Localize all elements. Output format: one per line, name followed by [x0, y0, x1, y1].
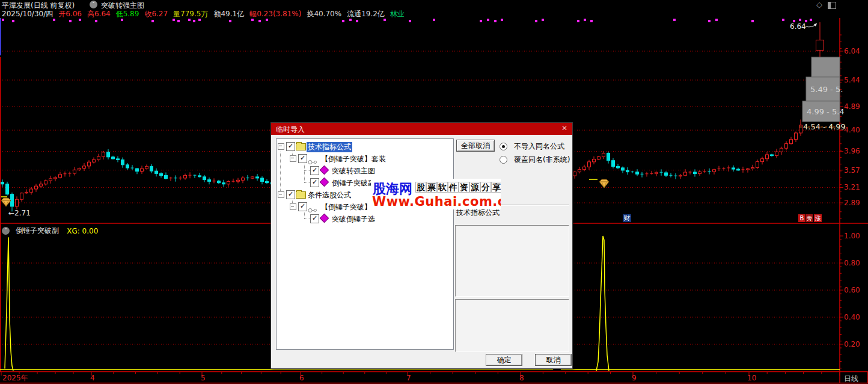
svg-text:涨: 涨	[815, 215, 821, 221]
sub-indicator-value: XG: 0.00	[67, 227, 98, 235]
svg-text:B: B	[800, 215, 804, 221]
quote-field: 高6.64	[87, 9, 111, 17]
radio-overwrite-same-name[interactable]: 覆盖同名(非系统)	[500, 153, 570, 162]
tree-checkbox[interactable]: ✓	[298, 154, 307, 163]
radio-icon[interactable]	[500, 143, 507, 150]
gap-range-boxes: 5.49 - 5.4.99 - 5.44.54 - 4.99	[799, 57, 846, 131]
quote-field: 流通19.2亿	[347, 9, 385, 17]
quote-fields-row: 2025/10/30/四开6.06高6.64低5.89收6.27量779.5万额…	[2, 9, 843, 17]
tree-collapse-icon[interactable]	[278, 143, 284, 150]
svg-text:4.54 - 4.99: 4.54 - 4.99	[803, 122, 846, 131]
svg-text:6: 6	[299, 374, 304, 382]
tree-checkbox[interactable]: ✓	[310, 214, 319, 223]
svg-text:0.80: 0.80	[844, 259, 860, 267]
folder-icon	[296, 191, 306, 199]
svg-text:2025年: 2025年	[2, 374, 28, 382]
svg-text:7: 7	[406, 374, 411, 382]
svg-text:←2.71: ←2.71	[8, 209, 31, 217]
svg-text:4.99 - 5.4: 4.99 - 5.4	[807, 107, 845, 116]
tree-checkbox[interactable]: ✓	[286, 190, 295, 199]
svg-text:3.96: 3.96	[844, 147, 860, 155]
svg-text:9: 9	[632, 374, 637, 382]
chain-link-icon	[308, 204, 317, 209]
tree-item[interactable]: ✓【倒锤子突破】套装	[277, 153, 453, 164]
tree-item-label[interactable]: 突破倒锤子选	[331, 214, 376, 225]
quote-field: 换40.70%	[307, 9, 341, 17]
radio-no-import-same-name[interactable]: 不导入同名公式	[500, 140, 564, 149]
sub-indicator-label: ˅ 倒锤子突破副 XG: 0.00	[2, 225, 98, 234]
tree-item-label[interactable]: 条件选股公式	[307, 190, 352, 200]
ok-button[interactable]: 确定	[486, 354, 522, 366]
svg-text:4.40: 4.40	[844, 126, 860, 134]
svg-text:3.57: 3.57	[844, 166, 860, 175]
tree-collapse-icon[interactable]	[278, 191, 284, 198]
formula-tree: ✓技术指标公式✓【倒锤子突破】套装✓突破转强主图✓倒锤子突破副图✓条件选股公式✓…	[276, 138, 454, 350]
svg-text:0.20: 0.20	[844, 340, 860, 348]
svg-text:6.04: 6.04	[844, 47, 860, 55]
svg-text:4: 4	[90, 374, 95, 382]
signal-dots	[2, 19, 812, 22]
quote-field: 收6.27	[144, 9, 168, 17]
svg-text:5.49 - 5.: 5.49 - 5.	[810, 85, 843, 94]
quote-field: 2025/10/30/四	[2, 9, 53, 17]
split-window-icon[interactable]	[828, 2, 836, 9]
quote-field: 林业	[390, 9, 405, 17]
svg-text:3.21: 3.21	[844, 183, 860, 191]
tree-item-label[interactable]: 【倒锤子突破】套装	[320, 154, 387, 164]
radio-icon[interactable]	[500, 156, 507, 164]
cancel-all-button[interactable]: 全部取消	[456, 140, 495, 152]
svg-text:4.89: 4.89	[844, 102, 860, 111]
description-box	[455, 225, 569, 297]
cancel-button[interactable]: 取消	[535, 354, 572, 366]
tree-item[interactable]: ✓技术指标公式	[277, 141, 453, 152]
quote-field: 幅0.23(3.81%)	[249, 9, 301, 17]
quote-field: 开6.06	[58, 9, 82, 17]
tree-checkbox[interactable]: ✓	[310, 178, 319, 187]
tree-item[interactable]: ✓突破转强主图	[277, 166, 453, 176]
watermark-url: Www.Guhai.com.cn	[372, 194, 501, 209]
svg-text:6.64: 6.64	[790, 22, 806, 31]
svg-text:日线: 日线	[844, 374, 858, 383]
time-axis: 2025年45678910日线	[1, 372, 858, 383]
tree-checkbox[interactable]: ✓	[286, 142, 295, 151]
chart-header: 平潭发展(日线 前复权) ˅ 突破转强主图 ◇ 2025/10/30/四开6.0…	[0, 0, 868, 18]
chain-link-icon	[308, 156, 317, 161]
svg-text:5: 5	[201, 374, 206, 382]
dialog-titlebar[interactable]: 临时导入 ✕	[271, 123, 572, 135]
chevron-down-circle-icon[interactable]: ˅	[90, 1, 97, 8]
formula-diamond-icon	[320, 214, 329, 223]
tree-item[interactable]: ✓突破倒锤子选	[277, 214, 453, 224]
header-title-row: 平潭发展(日线 前复权) ˅ 突破转强主图 ◇	[0, 0, 868, 9]
svg-text:5.44: 5.44	[844, 76, 860, 84]
svg-text:10: 10	[747, 374, 756, 382]
folder-icon	[296, 143, 306, 150]
tree-item-label[interactable]: 技术指标公式	[307, 142, 352, 152]
tree-item-label[interactable]: 突破转强主图	[331, 166, 376, 176]
sub-indicator-name[interactable]: 倒锤子突破副	[16, 226, 59, 235]
info-box	[455, 299, 569, 352]
svg-text:0.60: 0.60	[844, 286, 860, 294]
svg-text:旁: 旁	[807, 215, 812, 221]
formula-diamond-icon	[320, 178, 329, 187]
trading-app-window: 6.045.444.894.403.963.573.212.891.000.80…	[0, 0, 868, 384]
event-badges: 财B旁涨	[623, 214, 822, 222]
tree-item-label[interactable]: 【倒锤子突破】	[320, 202, 373, 212]
tree-checkbox[interactable]: ✓	[298, 202, 307, 211]
watermark-tagline: 股票软件资源分享	[415, 180, 501, 193]
quote-field: 额49.1亿	[213, 9, 244, 17]
dialog-title: 临时导入	[276, 125, 305, 135]
diamond-icon[interactable]: ◇	[816, 0, 822, 9]
chevron-down-circle-icon[interactable]: ˅	[2, 227, 10, 235]
tree-collapse-icon[interactable]	[290, 155, 296, 162]
tree-checkbox[interactable]: ✓	[310, 166, 319, 175]
temp-import-dialog: 临时导入 ✕ ✓技术指标公式✓【倒锤子突破】套装✓突破转强主图✓倒锤子突破副图✓…	[270, 122, 573, 369]
quote-field: 低5.89	[116, 9, 139, 17]
watermark: 股海网股票软件资源分享 Www.Guhai.com.cn	[371, 179, 501, 209]
close-icon[interactable]: ✕	[561, 124, 567, 132]
svg-text:8: 8	[519, 374, 524, 382]
svg-text:1.00: 1.00	[844, 232, 860, 240]
tree-collapse-icon[interactable]	[290, 203, 296, 210]
formula-diamond-icon	[320, 166, 329, 175]
quote-field: 量779.5万	[173, 9, 208, 17]
svg-text:0.40: 0.40	[844, 313, 860, 321]
